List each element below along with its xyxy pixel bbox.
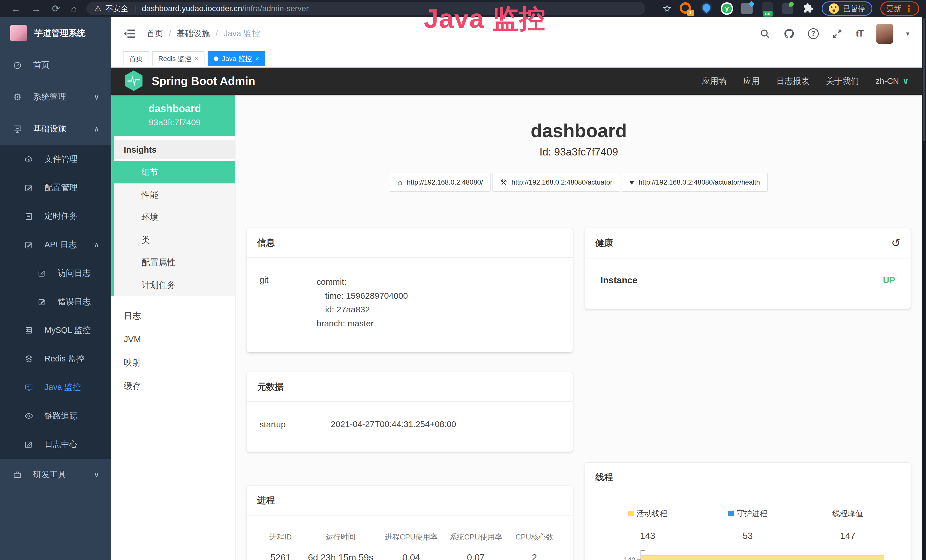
sidebar-item-file-mgmt[interactable]: 文件管理	[0, 145, 111, 173]
sidebar-item-api-log[interactable]: API 日志 ∧	[0, 230, 111, 259]
sidebar-item-log-center[interactable]: 日志中心	[0, 430, 111, 459]
subnav-item-config-props[interactable]: 配置属性	[114, 251, 235, 274]
user-menu-caret-icon[interactable]: ▾	[906, 30, 909, 38]
sidebar-item-mysql-monitor[interactable]: MySQL 监控	[0, 316, 111, 345]
sidebar-item-label: Redis 监控	[44, 353, 85, 365]
sidebar-item-infra[interactable]: 基础设施 ∧	[0, 113, 111, 145]
user-avatar[interactable]	[876, 24, 893, 44]
tags-view-bar: 首页 Redis 监控 × Java 监控 ×	[111, 50, 922, 68]
sba-nav-wallboard[interactable]: 应用墙	[702, 76, 727, 87]
subnav-item-scheduled-tasks[interactable]: 计划任务	[114, 274, 235, 296]
page-scrollbar[interactable]	[922, 17, 926, 560]
insights-list: 细节 性能 环境 类 配置属性 计划任务	[114, 161, 235, 296]
extension-y-icon[interactable]: y	[721, 2, 733, 15]
breadcrumb-infra[interactable]: 基础设施	[177, 28, 210, 39]
help-icon[interactable]: ?	[808, 28, 819, 39]
sidebar-item-redis-monitor[interactable]: Redis 监控	[0, 345, 111, 373]
subnav-item-logs[interactable]: 日志	[111, 304, 235, 327]
close-icon[interactable]: ×	[195, 55, 198, 62]
subnav-item-metrics[interactable]: 性能	[114, 183, 235, 206]
extension-pin-icon[interactable]	[700, 2, 713, 15]
edit-icon	[23, 241, 34, 249]
subnav-item-caches[interactable]: 缓存	[111, 374, 235, 398]
browser-reload-icon[interactable]: ⟳	[52, 3, 60, 14]
sidebar-item-error-log[interactable]: 错误日志	[0, 288, 111, 316]
threads-area-chart: 140 120 100	[640, 554, 888, 560]
extension-grid-icon[interactable]	[741, 2, 754, 15]
sidebar-item-dev-tools[interactable]: 研发工具 ∨	[0, 459, 111, 491]
font-size-icon[interactable]: tT	[856, 28, 863, 39]
process-cpu-value: 0.04	[380, 552, 443, 560]
sidebar-item-label: Java 监控	[44, 382, 81, 393]
extension-switch-icon[interactable]: on	[762, 2, 774, 15]
sba-nav-applications[interactable]: 应用	[743, 76, 760, 87]
thread-stat-daemon: 守护进程 53	[698, 509, 798, 541]
sidebar-item-label: 研发工具	[33, 469, 66, 480]
sidebar-item-java-monitor[interactable]: Java 监控	[0, 373, 111, 402]
search-icon[interactable]	[760, 28, 770, 39]
sidebar-fold-icon[interactable]	[124, 29, 136, 39]
sidebar-item-system[interactable]: ⚙ 系统管理 ∨	[0, 81, 111, 113]
sidebar-item-label: 配置管理	[44, 182, 77, 194]
subnav-item-jvm[interactable]: JVM	[111, 327, 235, 351]
wrench-icon: ⚒	[500, 178, 507, 187]
bookmark-star-icon[interactable]: ☆	[663, 3, 672, 15]
tab-home[interactable]: 首页	[123, 51, 149, 66]
git-id-line: id: 27aa832	[316, 303, 560, 317]
chevron-down-icon: ∨	[94, 93, 99, 101]
history-icon[interactable]: ↺	[891, 237, 900, 249]
browser-update-button[interactable]: 更新 ⋮	[881, 2, 919, 16]
close-icon[interactable]: ×	[255, 55, 259, 62]
browser-back-icon[interactable]: ←	[11, 3, 21, 14]
browser-home-icon[interactable]: ⌂	[71, 3, 77, 14]
gear-icon: ⚙	[12, 92, 23, 102]
subnav-section-insights: Insights	[114, 140, 235, 159]
app-frame: 芋道管理系统 首页 ⚙ 系统管理 ∨ 基础设施 ∧	[0, 17, 922, 560]
instance-header[interactable]: dashboard 93a3fc7f7409	[114, 95, 235, 136]
tab-redis-monitor[interactable]: Redis 监控 ×	[152, 51, 204, 66]
sba-nav-journal[interactable]: 日志报表	[776, 76, 809, 87]
eye-icon	[23, 412, 34, 421]
threads-card-header: 线程	[585, 463, 911, 492]
sba-brand-title[interactable]: Spring Boot Admin	[152, 75, 255, 88]
cards-left-column: 信息 git commit: time: 1596289704000 id: 2	[247, 228, 573, 560]
info-value: commit: time: 1596289704000 id: 27aa832 …	[316, 275, 560, 330]
sba-main-panel: dashboard Id: 93a3fc7f7409 ⌂ http://192.…	[236, 95, 922, 560]
admin-sidebar: 芋道管理系统 首页 ⚙ 系统管理 ∨ 基础设施 ∧	[0, 17, 111, 560]
browser-menu-dots-icon[interactable]: ⋮	[905, 4, 913, 14]
metadata-value: 2021-04-27T00:44:31.254+08:00	[331, 417, 560, 431]
extension-colorzilla-icon[interactable]: 1	[679, 2, 692, 15]
extensions-puzzle-icon[interactable]	[803, 3, 814, 15]
subnav-item-classes[interactable]: 类	[114, 229, 235, 251]
health-instance-row[interactable]: Instance UP	[598, 268, 898, 297]
github-icon[interactable]	[784, 28, 795, 39]
extension-leaf-icon[interactable]	[782, 2, 795, 15]
actuator-url-button[interactable]: ⚒ http://192.168.0.2:48080/actuator	[492, 173, 620, 192]
subnav-item-mappings[interactable]: 映射	[111, 351, 235, 374]
cpu-cores-value: 2	[509, 552, 560, 560]
sidebar-logo-row[interactable]: 芋道管理系统	[0, 17, 111, 49]
health-url-button[interactable]: ♥ http://192.168.0.2:48080/actuator/heal…	[622, 173, 768, 192]
fullscreen-icon[interactable]	[832, 28, 843, 39]
address-bar[interactable]: ⚠ 不安全 | dashboard.yudao.iocoder.cn /infr…	[86, 2, 645, 15]
instance-title: dashboard	[236, 120, 922, 141]
sidebar-item-home[interactable]: 首页	[0, 49, 111, 81]
service-url-button[interactable]: ⌂ http://192.168.0.2:48080/	[390, 173, 490, 192]
sidebar-item-access-log[interactable]: 访问日志	[0, 259, 111, 288]
tab-java-monitor[interactable]: Java 监控 ×	[208, 51, 265, 66]
sidebar-item-scheduled-jobs[interactable]: 定时任务	[0, 202, 111, 230]
sba-header: Spring Boot Admin 应用墙 应用 日志报表 关于我们 zh-CN…	[111, 68, 922, 95]
subnav-item-environment[interactable]: 环境	[114, 206, 235, 229]
browser-forward-icon[interactable]: →	[31, 3, 41, 14]
breadcrumb-home[interactable]: 首页	[147, 28, 163, 39]
process-header-row: 进程ID 运行时间 进程CPU使用率 系统CPU使用率 CPU核心数	[260, 532, 560, 542]
instance-id: 93a3fc7f7409	[114, 118, 235, 127]
chart-y-axis-cap	[640, 550, 645, 551]
profile-paused-chip[interactable]: 已暂停	[822, 2, 872, 16]
subnav-item-details[interactable]: 细节	[114, 161, 235, 183]
sba-language-select[interactable]: zh-CN ∨	[876, 76, 909, 86]
sba-nav-about[interactable]: 关于我们	[826, 76, 859, 87]
sidebar-item-tracing[interactable]: 链路追踪	[0, 402, 111, 430]
sidebar-item-config-mgmt[interactable]: 配置管理	[0, 173, 111, 202]
paused-label: 已暂停	[843, 4, 865, 14]
